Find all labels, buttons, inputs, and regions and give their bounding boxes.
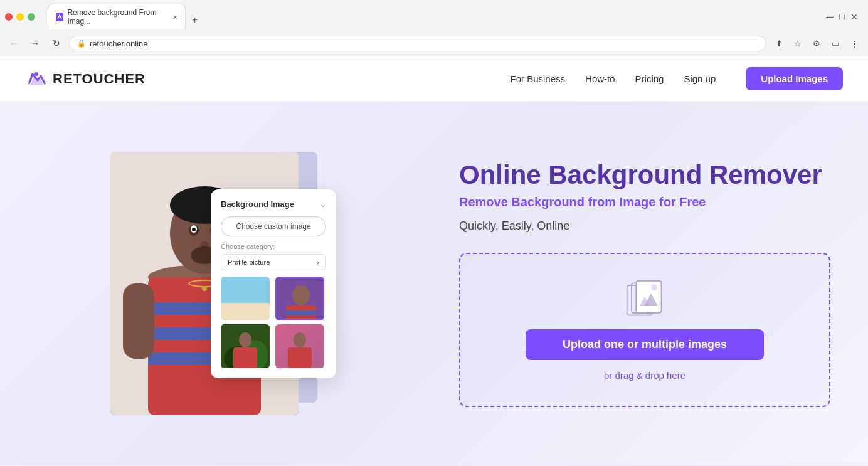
demo-image-container: Background Image ⌄ Choose custom image C… xyxy=(110,152,324,415)
nav-pricing[interactable]: Pricing xyxy=(635,73,664,84)
hero-left: Background Image ⌄ Choose custom image C… xyxy=(0,102,434,465)
bg-card-title: Background Image xyxy=(221,199,294,209)
split-view-button[interactable]: ▭ xyxy=(827,34,844,52)
active-tab[interactable]: Remove background From Imag... ✕ xyxy=(48,4,186,29)
svg-rect-25 xyxy=(286,310,316,315)
tab-close-button[interactable]: ✕ xyxy=(172,14,177,21)
share-button[interactable]: ⬆ xyxy=(770,34,788,52)
window-close-button[interactable] xyxy=(5,13,13,21)
browser-chrome: Remove background From Imag... ✕ + ─ ☐ ✕… xyxy=(0,0,868,56)
bg-thumbnail-4[interactable] xyxy=(275,324,324,368)
svg-point-1 xyxy=(34,72,38,76)
bg-thumbnail-2[interactable] xyxy=(275,277,324,320)
browser-tabs: Remove background From Imag... ✕ + xyxy=(43,4,208,29)
tab-favicon xyxy=(56,13,63,21)
upload-images-button[interactable]: Upload one or multiple images xyxy=(526,329,764,360)
website-content: RETOUCHER For Business How-to Pricing Si… xyxy=(0,56,868,466)
url-text: retoucher.online xyxy=(90,39,148,48)
upload-icon-group xyxy=(625,279,665,319)
hero-section: Background Image ⌄ Choose custom image C… xyxy=(0,102,868,465)
category-select[interactable]: Profile picture › xyxy=(221,254,326,270)
choose-custom-image-button[interactable]: Choose custom image xyxy=(221,216,326,236)
window-maximize-button[interactable] xyxy=(28,13,35,21)
toolbar-icons: ⬆ ☆ ⚙ ▭ ⋮ xyxy=(770,34,863,52)
bg-card-header: Background Image ⌄ xyxy=(221,199,326,209)
upload-images-icon xyxy=(625,279,665,319)
category-value: Profile picture xyxy=(228,258,270,266)
svg-point-32 xyxy=(294,332,306,347)
extensions-button[interactable]: ⚙ xyxy=(808,34,825,52)
window-minimize-button[interactable] xyxy=(16,13,24,21)
nav-links: For Business How-to Pricing Sign up Uplo… xyxy=(511,67,844,90)
back-button[interactable]: ← xyxy=(5,34,23,52)
new-tab-button[interactable]: + xyxy=(187,11,203,29)
chevron-down-icon: ⌄ xyxy=(320,200,326,209)
upload-area[interactable]: Upload one or multiple images or drag & … xyxy=(459,253,830,407)
logo[interactable]: RETOUCHER xyxy=(25,68,146,90)
more-button[interactable]: ⋮ xyxy=(845,34,863,52)
svg-point-23 xyxy=(292,285,310,305)
hero-description: Quickly, Easily, Online xyxy=(459,220,830,233)
nav-upload-images-button[interactable]: Upload Images xyxy=(746,67,843,90)
nav-how-to[interactable]: How-to xyxy=(585,73,615,84)
svg-rect-33 xyxy=(288,347,312,368)
address-bar[interactable]: 🔒 retoucher.online xyxy=(69,36,766,51)
main-navigation: RETOUCHER For Business How-to Pricing Si… xyxy=(0,56,868,102)
svg-rect-36 xyxy=(636,281,661,313)
bg-thumbnails xyxy=(221,277,326,368)
logo-icon xyxy=(25,68,48,90)
nav-for-business[interactable]: For Business xyxy=(511,73,566,84)
logo-text: RETOUCHER xyxy=(53,71,146,87)
hero-right: Online Background Remover Remove Backgro… xyxy=(434,102,868,465)
maximize-icon[interactable]: ☐ xyxy=(839,13,845,21)
window-controls xyxy=(5,13,35,21)
close-icon[interactable]: ✕ xyxy=(850,12,858,22)
svg-rect-30 xyxy=(233,347,257,368)
minimize-icon[interactable]: ─ xyxy=(827,11,834,23)
reload-button[interactable]: ↻ xyxy=(48,34,65,52)
tab-title: Remove background From Imag... xyxy=(67,8,169,26)
hero-title: Online Background Remover xyxy=(459,160,830,190)
browser-titlebar: Remove background From Imag... ✕ + ─ ☐ ✕ xyxy=(0,0,868,32)
svg-point-37 xyxy=(652,285,657,290)
svg-point-14 xyxy=(192,228,196,231)
category-chevron-icon: › xyxy=(317,258,319,266)
nav-sign-up[interactable]: Sign up xyxy=(684,73,716,84)
drag-drop-text: or drag & drop here xyxy=(604,370,685,381)
background-image-card: Background Image ⌄ Choose custom image C… xyxy=(211,189,336,378)
bg-thumbnail-3[interactable] xyxy=(221,324,270,368)
forward-button[interactable]: → xyxy=(26,34,44,52)
browser-toolbar: ← → ↻ 🔒 retoucher.online ⬆ ☆ ⚙ ▭ ⋮ xyxy=(0,32,868,56)
svg-rect-20 xyxy=(123,283,154,359)
bookmark-button[interactable]: ☆ xyxy=(789,34,807,52)
svg-point-29 xyxy=(239,332,251,347)
hero-subtitle: Remove Background from Image for Free xyxy=(459,195,830,209)
lock-icon: 🔒 xyxy=(77,40,86,48)
choose-category-label: Choose category: xyxy=(221,243,326,250)
svg-point-19 xyxy=(202,286,207,291)
bg-thumbnail-1[interactable] xyxy=(221,277,270,320)
